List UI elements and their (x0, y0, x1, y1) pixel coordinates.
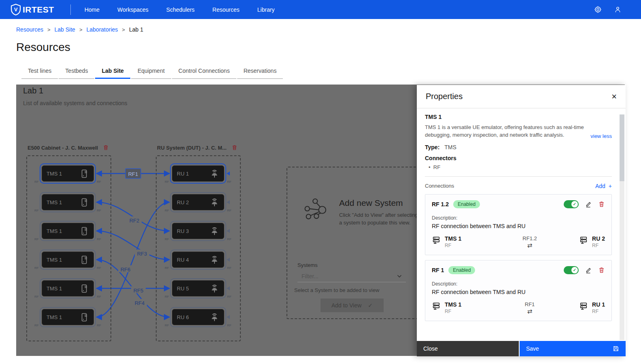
breadcrumb: Resources>Lab Site>Laboratories>Lab 1 (0, 19, 641, 33)
svg-text:RF6: RF6 (121, 267, 131, 273)
rack-icon (579, 235, 588, 245)
connector-item: • RF (425, 164, 612, 170)
breadcrumb-link[interactable]: Resources (16, 26, 43, 33)
page: { "nav": { "brand_initial": "V", "brand_… (0, 0, 641, 364)
node-body: RU 3 (172, 223, 224, 239)
antenna-icon (210, 312, 219, 322)
node-label: RU 2 (177, 199, 189, 205)
node-body: TMS 1 (42, 280, 94, 296)
endpoint-b-name: RU 1 (592, 301, 605, 308)
node-body: RU 2 (172, 194, 224, 210)
breadcrumb-link[interactable]: Lab Site (55, 26, 75, 33)
tab-control-connections[interactable]: Control Connections (172, 63, 236, 79)
shield-logo-icon: V (11, 4, 21, 16)
node-body: TMS 1 (42, 223, 94, 239)
scrollbar[interactable] (620, 114, 624, 340)
breadcrumb-separator: > (122, 27, 125, 33)
port-label-left: RF (34, 266, 39, 270)
app-logo[interactable]: V IRTEST (11, 4, 54, 16)
breadcrumb-separator: > (79, 27, 83, 33)
nav-item-home[interactable]: Home (85, 6, 100, 13)
port-label-right: RF (227, 266, 231, 270)
properties-title: Properties (426, 92, 463, 101)
close-icon[interactable]: × (611, 92, 617, 101)
toggle-check: ✓ (571, 201, 578, 207)
rack-icon (579, 301, 588, 311)
nav-item-workspaces[interactable]: Workspaces (117, 6, 149, 13)
port-label-left: RF (34, 324, 39, 327)
nav-item-resources[interactable]: Resources (212, 6, 240, 13)
ru-node[interactable]: RU 1RFRF (170, 163, 226, 184)
connection-name: RF 1 (432, 267, 444, 273)
edit-pencil-icon[interactable] (585, 267, 592, 274)
ru-node[interactable]: RU 3RFRF (170, 221, 226, 241)
port-label-left: RF (34, 295, 39, 298)
port-label-left: RF (34, 209, 39, 212)
description-value: RF connection between TMS and RU (432, 289, 605, 295)
connection-list: RF 1.2 Enabled ✓ Description: RF connect… (425, 194, 612, 321)
breadcrumb-current: Lab 1 (129, 26, 143, 33)
edit-pencil-icon[interactable] (585, 201, 592, 208)
node-label: TMS 1 (47, 171, 62, 177)
properties-footer: Close Save (417, 341, 626, 356)
port-arrow-right-icon (227, 200, 230, 204)
add-connection-link[interactable]: Add+ (595, 183, 612, 189)
scrollbar-thumb[interactable] (620, 114, 624, 181)
enable-toggle[interactable]: ✓ (564, 200, 579, 208)
nav-divider (70, 4, 71, 15)
tms-node[interactable]: TMS 1RFRF (40, 307, 96, 327)
tab-reservations[interactable]: Reservations (237, 63, 283, 79)
tms-node[interactable]: TMS 1RFRF (40, 163, 96, 184)
cabinet-title-text: E500 Cabinet - J. C. Maxwell (28, 145, 98, 151)
tms-node[interactable]: TMS 1RFRF (40, 192, 96, 212)
node-body: TMS 1 (42, 309, 94, 325)
nav-item-schedulers[interactable]: Schedulers (166, 6, 195, 13)
trash-icon[interactable] (231, 144, 238, 151)
tms-node[interactable]: TMS 1RFRF (40, 250, 96, 270)
bullet-icon: • (429, 164, 431, 170)
endpoint-a-name: TMS 1 (445, 301, 461, 308)
trash-icon[interactable] (598, 201, 605, 208)
svg-text:RF4: RF4 (135, 300, 145, 306)
settings-gear-icon[interactable] (594, 6, 602, 13)
type-row: Type:TMS (425, 144, 612, 150)
ru-node[interactable]: RU 6RFRF (170, 307, 226, 327)
ru-node[interactable]: RU 2RFRF (170, 192, 226, 212)
svg-text:RF1: RF1 (128, 171, 138, 177)
node-body: TMS 1 (42, 252, 94, 268)
ru-node[interactable]: RU 4RFRF (170, 250, 226, 270)
page-title: Resources (16, 41, 625, 54)
tab-testbeds[interactable]: Testbeds (59, 63, 94, 79)
node-label: RU 1 (177, 171, 189, 177)
trash-icon[interactable] (103, 144, 109, 151)
breadcrumb-link[interactable]: Laboratories (86, 26, 118, 33)
cabinet-title: E500 Cabinet - J. C. Maxwell (28, 144, 109, 151)
connection-card: RF 1.2 Enabled ✓ Description: RF connect… (425, 194, 612, 255)
tms-node[interactable]: TMS 1RFRF (40, 278, 96, 298)
trash-icon[interactable] (598, 267, 605, 274)
tab-equipment[interactable]: Equipment (131, 63, 171, 79)
port-label-left: RF (165, 237, 169, 241)
endpoint-a-port: RF (445, 309, 461, 314)
user-account-icon[interactable] (614, 6, 622, 13)
port-arrow-right-icon (227, 171, 230, 176)
device-icon (80, 169, 89, 179)
close-button[interactable]: Close (417, 341, 519, 356)
save-button[interactable]: Save (520, 341, 626, 356)
view-less-link[interactable]: view less (590, 133, 612, 139)
node-label: TMS 1 (47, 286, 62, 292)
tms-node[interactable]: TMS 1RFRF (40, 221, 96, 241)
device-icon (80, 226, 89, 236)
nav-item-library[interactable]: Library (257, 6, 275, 13)
enable-toggle[interactable]: ✓ (564, 266, 579, 274)
brand-text: IRTEST (23, 5, 54, 15)
device-icon (80, 284, 89, 294)
type-value: TMS (444, 144, 456, 150)
tab-test-lines[interactable]: Test lines (21, 63, 58, 79)
tab-lab-site[interactable]: Lab Site (95, 63, 130, 79)
port-arrow-right-icon (227, 229, 230, 233)
properties-body: TMS 1 TMS 1 is a versatile UE emulator, … (417, 108, 626, 341)
device-icon (80, 255, 89, 265)
node-body: RU 1 (172, 165, 224, 182)
ru-node[interactable]: RU 5RFRF (170, 278, 226, 298)
